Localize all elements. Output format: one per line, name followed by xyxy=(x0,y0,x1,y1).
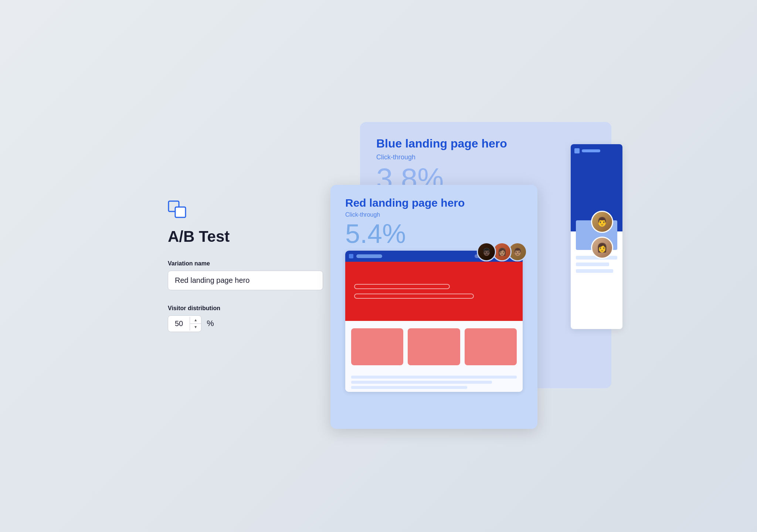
right-panel: Blue landing page hero Click-through 3.8… xyxy=(330,100,619,433)
blue-avatar-1: 👨 xyxy=(591,211,613,233)
red-page-line-3 xyxy=(351,386,467,389)
red-card: Red landing page hero Click-through 5.4%… xyxy=(330,185,537,429)
red-page-card-3 xyxy=(465,328,517,365)
red-nav-bar xyxy=(356,254,382,258)
blue-line-2 xyxy=(576,262,609,266)
blue-card-title: Blue landing page hero xyxy=(376,137,595,150)
red-page-card-2 xyxy=(408,328,460,365)
blue-avatar-2: 👩 xyxy=(591,237,613,259)
blue-card-click-through-label: Click-through xyxy=(376,153,595,161)
red-hero-line-2 xyxy=(354,294,474,299)
red-hero-section xyxy=(345,262,523,321)
svg-rect-1 xyxy=(175,207,186,217)
red-card-title: Red landing page hero xyxy=(345,197,523,209)
red-page-card-1 xyxy=(351,328,403,365)
blue-page-nav xyxy=(571,144,622,157)
spinner-value: 50 xyxy=(168,316,190,332)
blue-nav-logo xyxy=(574,148,580,153)
percent-label: % xyxy=(207,319,214,328)
spinner-buttons: ▲ ▼ xyxy=(190,317,201,331)
spinner-up-button[interactable]: ▲ xyxy=(190,317,201,324)
blue-avatars: 👨 👩 xyxy=(591,211,613,259)
red-nav-logo xyxy=(349,254,353,258)
red-page-line-2 xyxy=(351,381,492,384)
red-page-cards xyxy=(345,321,523,373)
red-hero-line-1 xyxy=(354,284,450,289)
visitor-distribution-label: Visitor distribution xyxy=(168,305,301,312)
red-page-mockup xyxy=(345,251,523,392)
red-avatars: 👨🏿 👩🏽 👨🏽 xyxy=(477,242,527,261)
ab-test-icon xyxy=(168,200,190,219)
red-page-line-1 xyxy=(351,376,517,379)
left-panel: A/B Test Variation name Visitor distribu… xyxy=(138,178,330,354)
visitor-distribution-section: Visitor distribution 50 ▲ ▼ % xyxy=(168,305,301,332)
red-page-lines xyxy=(345,373,523,392)
page-title: A/B Test xyxy=(168,228,301,245)
red-avatar-1: 👨🏿 xyxy=(477,242,496,261)
red-card-click-through-label: Click-through xyxy=(345,211,523,218)
spinner-down-button[interactable]: ▼ xyxy=(190,324,201,331)
variation-name-input[interactable] xyxy=(168,271,323,290)
spinner-input-wrap: 50 ▲ ▼ xyxy=(168,315,201,332)
blue-line-3 xyxy=(576,269,613,273)
visitor-spinner-row: 50 ▲ ▼ % xyxy=(168,315,301,332)
variation-name-label: Variation name xyxy=(168,260,301,267)
blue-nav-bar xyxy=(582,149,600,152)
page-container: A/B Test Variation name Visitor distribu… xyxy=(138,100,619,433)
